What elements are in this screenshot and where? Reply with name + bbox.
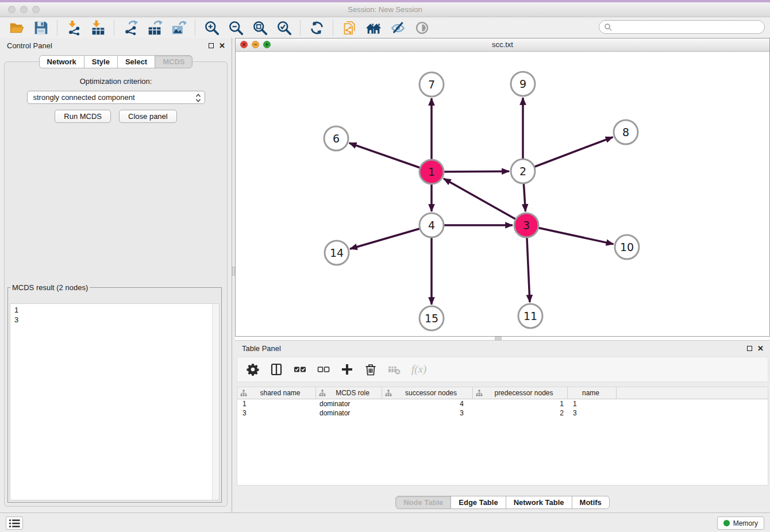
node-table-body: 1dominator4113dominator323 bbox=[237, 399, 768, 418]
import-table-button[interactable] bbox=[90, 20, 106, 36]
tab-select[interactable]: Select bbox=[117, 55, 155, 68]
column-header-shared-name[interactable]: shared name bbox=[237, 387, 316, 399]
network-window-title: scc.txt bbox=[236, 38, 769, 51]
close-panel-button[interactable]: Close panel bbox=[119, 110, 177, 123]
criterion-dropdown[interactable]: strongly connected component bbox=[27, 91, 205, 104]
zoom-fit-button[interactable] bbox=[252, 20, 268, 36]
table-options-gear-icon bbox=[247, 363, 259, 376]
graph-edge-3-1[interactable] bbox=[444, 179, 526, 225]
close-window-button[interactable] bbox=[8, 6, 16, 13]
mcds-result-title: MCDS result (2 nodes) bbox=[10, 283, 90, 292]
graph-node-label: 8 bbox=[622, 126, 629, 138]
mcds-result-scrollbar[interactable] bbox=[212, 304, 219, 500]
optimization-criterion-label: Optimization criterion: bbox=[5, 77, 227, 86]
show-panel-list-button[interactable] bbox=[6, 516, 23, 530]
table-cell: 1 bbox=[473, 400, 568, 408]
float-panel-icon[interactable] bbox=[209, 43, 214, 48]
new-network-from-selection-button[interactable] bbox=[341, 20, 357, 36]
zoom-selected-button[interactable] bbox=[276, 20, 292, 36]
tab-network[interactable]: Network bbox=[39, 55, 84, 68]
app-titlebar: Session: New Session bbox=[0, 2, 770, 17]
hide-selected-button[interactable] bbox=[390, 20, 406, 36]
table-row[interactable]: 1dominator411 bbox=[237, 399, 768, 408]
export-table-icon bbox=[147, 20, 163, 36]
network-window-controls bbox=[240, 41, 271, 48]
show-all-button[interactable] bbox=[365, 20, 382, 36]
search-input[interactable] bbox=[615, 21, 764, 33]
apply-layout-button[interactable] bbox=[309, 20, 325, 36]
table-tab-edge-table[interactable]: Edge Table bbox=[451, 496, 506, 509]
column-header-name[interactable]: name bbox=[568, 387, 617, 399]
close-panel-icon[interactable]: ✕ bbox=[219, 43, 225, 49]
mcds-result-textarea[interactable]: 1 3 bbox=[10, 303, 220, 500]
dropdown-chevrons-icon bbox=[195, 93, 201, 103]
list-icon bbox=[9, 519, 20, 528]
table-tab-network-table[interactable]: Network Table bbox=[506, 496, 572, 509]
network-zoom-button[interactable] bbox=[263, 41, 271, 48]
maximize-window-button[interactable] bbox=[32, 6, 40, 13]
create-column-icon bbox=[341, 363, 353, 376]
select-all-columns-icon bbox=[294, 363, 306, 376]
tab-mcds[interactable]: MCDS bbox=[155, 55, 192, 68]
column-header-label: successor nodes bbox=[392, 389, 472, 397]
toolbar-separator bbox=[57, 20, 57, 36]
graph-edge-2-8[interactable] bbox=[523, 137, 613, 171]
zoom-out-button[interactable] bbox=[228, 20, 244, 36]
criterion-dropdown-value: strongly connected component bbox=[28, 91, 205, 103]
network-close-button[interactable] bbox=[240, 41, 248, 48]
table-row[interactable]: 3dominator323 bbox=[237, 408, 768, 418]
graph-edge-1-6[interactable] bbox=[349, 143, 432, 172]
zoom-fit-icon bbox=[252, 20, 268, 36]
export-image-button[interactable] bbox=[171, 20, 187, 36]
table-options-gear-button[interactable] bbox=[247, 363, 259, 376]
column-header-predecessor-nodes[interactable]: predecessor nodes bbox=[473, 387, 568, 399]
network-minimize-button[interactable] bbox=[252, 41, 259, 48]
graph-edge-3-10[interactable] bbox=[526, 225, 614, 244]
search-box[interactable] bbox=[599, 20, 765, 34]
zoom-in-icon bbox=[204, 20, 220, 36]
show-columns-button[interactable] bbox=[270, 363, 283, 376]
open-session-button[interactable] bbox=[9, 20, 25, 36]
network-window-titlebar[interactable]: scc.txt bbox=[236, 38, 769, 52]
graph-node-label: 15 bbox=[425, 312, 438, 325]
network-view-window: scc.txt 7968124314101511 bbox=[235, 38, 770, 337]
mcds-buttons-row: Run MCDS Close panel bbox=[5, 110, 227, 123]
unselect-all-columns-icon bbox=[317, 363, 330, 376]
window-controls bbox=[8, 6, 40, 13]
table-tab-motifs[interactable]: Motifs bbox=[572, 496, 610, 509]
zoom-in-button[interactable] bbox=[203, 20, 220, 36]
control-panel: Control Panel ✕ NetworkStyleSelectMCDS O… bbox=[0, 38, 232, 512]
app-title: Session: New Session bbox=[0, 2, 770, 17]
import-network-button[interactable] bbox=[66, 20, 82, 36]
network-canvas[interactable]: 7968124314101511 bbox=[236, 52, 769, 336]
column-header-label: shared name bbox=[247, 389, 315, 397]
tab-style[interactable]: Style bbox=[84, 55, 118, 68]
open-session-icon bbox=[9, 20, 25, 36]
toolbar-separator bbox=[300, 20, 301, 36]
mcds-tab-content: Optimization criterion: strongly connect… bbox=[4, 61, 228, 507]
run-mcds-button[interactable]: Run MCDS bbox=[55, 110, 111, 123]
show-graphics-details-button[interactable] bbox=[414, 20, 430, 36]
delete-columns-icon bbox=[364, 363, 377, 376]
export-table-button[interactable] bbox=[147, 20, 163, 36]
memory-button[interactable]: Memory bbox=[717, 516, 764, 530]
column-header-successor-nodes[interactable]: successor nodes bbox=[382, 387, 473, 399]
create-column-button[interactable] bbox=[341, 363, 353, 376]
delete-columns-button[interactable] bbox=[364, 363, 377, 376]
unselect-all-columns-button[interactable] bbox=[317, 363, 330, 376]
save-session-button[interactable] bbox=[33, 20, 49, 36]
column-header-label: predecessor nodes bbox=[483, 389, 567, 397]
column-header-label: MCDS role bbox=[326, 389, 382, 397]
search-icon bbox=[604, 23, 613, 32]
zoom-out-icon bbox=[228, 20, 244, 36]
column-header-mcds-role[interactable]: MCDS role bbox=[316, 387, 382, 399]
graph-node-label: 3 bbox=[523, 219, 530, 232]
minimize-window-button[interactable] bbox=[20, 6, 28, 13]
memory-status-icon bbox=[723, 520, 730, 526]
export-network-button[interactable] bbox=[122, 20, 138, 36]
table-tab-node-table[interactable]: Node Table bbox=[395, 496, 451, 509]
table-panel-tabbar: Node TableEdge TableNetwork TableMotifs bbox=[235, 496, 770, 509]
select-all-columns-button[interactable] bbox=[294, 363, 306, 376]
close-table-panel-icon[interactable]: ✕ bbox=[757, 345, 764, 352]
float-table-panel-icon[interactable] bbox=[747, 346, 752, 351]
